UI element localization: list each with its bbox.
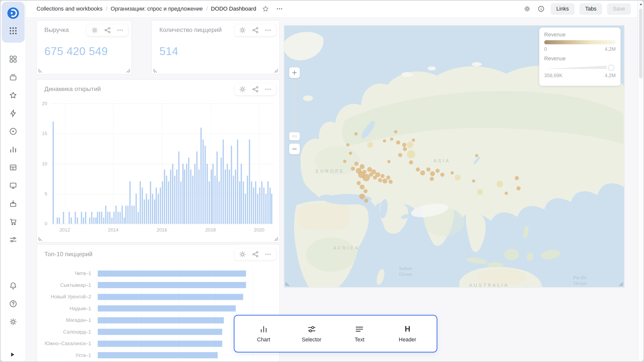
links-button[interactable]: Links xyxy=(551,3,575,15)
apps-grid-icon[interactable] xyxy=(9,26,18,35)
more-icon[interactable] xyxy=(275,4,284,13)
widget-title: Топ-10 пиццерий xyxy=(44,250,92,257)
add-selector-button[interactable]: Selector xyxy=(293,325,330,343)
disc-icon[interactable] xyxy=(8,127,17,136)
zoom-slider-handle[interactable] xyxy=(289,132,300,141)
add-chart-button[interactable]: Chart xyxy=(245,325,283,343)
add-header-button[interactable]: H Header xyxy=(389,325,426,343)
gear-icon[interactable] xyxy=(91,27,98,34)
legend-size-max: 4,2M xyxy=(605,73,616,78)
more-icon[interactable] xyxy=(264,86,271,93)
topbar: Collections and workbooks / Организации:… xyxy=(26,1,637,18)
header-icon: H xyxy=(403,325,412,334)
more-icon[interactable] xyxy=(264,27,271,34)
legend-size-min: 358,69K xyxy=(544,73,562,78)
widget-map: EUROPEASIAAFRICAAUSTRALIAIndianOceanPaci… xyxy=(284,25,625,288)
resize-grip[interactable] xyxy=(619,282,623,286)
monitor-icon[interactable] xyxy=(8,181,17,190)
zoom-out-button[interactable] xyxy=(289,144,300,154)
resize-grip[interactable] xyxy=(127,69,130,73)
widget-title: Количество пиццерий xyxy=(159,26,222,33)
text-icon xyxy=(355,325,364,334)
breadcrumb: Collections and workbooks / Организации:… xyxy=(36,6,256,12)
edit-panel: Chart Selector Text xyxy=(234,315,437,352)
widget-dynamics: Динамика открытий 2012201420162018202005… xyxy=(36,79,280,243)
edit-item-label: Text xyxy=(355,337,365,343)
legend-size-title: Revenue xyxy=(544,55,616,61)
map-zoom-control xyxy=(289,67,301,78)
bar-chart-icon[interactable] xyxy=(8,145,17,154)
datalens-logo[interactable] xyxy=(7,7,20,20)
chart-icon xyxy=(259,325,268,334)
resize-grip[interactable] xyxy=(38,69,42,73)
top10-row: Надым–1 xyxy=(44,303,272,314)
expand-icon[interactable] xyxy=(9,351,16,358)
vertical-scrollbar[interactable] xyxy=(637,1,643,362)
gear-icon[interactable] xyxy=(239,27,246,34)
resize-grip[interactable] xyxy=(153,69,157,73)
save-button[interactable]: Save xyxy=(607,3,631,15)
scroll-up-icon[interactable] xyxy=(639,3,643,6)
scrollbar-thumb[interactable] xyxy=(639,9,642,78)
widget-controls xyxy=(87,24,128,36)
app-window: Collections and workbooks / Организации:… xyxy=(0,0,644,362)
svg-text:AUSTRALIA: AUSTRALIA xyxy=(469,283,509,287)
info-icon[interactable] xyxy=(537,4,546,13)
legend-gradient-title: Revenue xyxy=(544,32,616,38)
grid-2x2-icon[interactable] xyxy=(8,55,17,64)
sidebar-logo-block xyxy=(2,2,25,43)
top10-row: Чита–1 xyxy=(44,267,272,279)
zoom-in-button[interactable] xyxy=(289,67,300,78)
resize-grip[interactable] xyxy=(274,237,278,241)
star-icon[interactable] xyxy=(8,91,17,100)
resize-grip[interactable] xyxy=(286,282,289,286)
svg-text:ASIA: ASIA xyxy=(433,158,450,163)
pizzerias-value: 514 xyxy=(159,45,178,58)
bell-icon[interactable] xyxy=(8,281,17,290)
selector-icon xyxy=(307,325,316,334)
links-flow-icon[interactable] xyxy=(252,86,259,93)
table-icon[interactable] xyxy=(8,163,17,172)
gear-icon[interactable] xyxy=(8,317,17,326)
gear-icon[interactable] xyxy=(239,251,246,258)
links-flow-icon[interactable] xyxy=(104,27,111,34)
widget-title: Динамика открытий xyxy=(44,85,101,93)
resize-grip[interactable] xyxy=(38,237,42,241)
sliders-icon[interactable] xyxy=(8,235,17,244)
add-text-button[interactable]: Text xyxy=(341,325,378,343)
folder-stack-icon[interactable] xyxy=(8,73,17,82)
widget-controls xyxy=(234,248,276,260)
legend-gradient-min: 0 xyxy=(544,46,547,52)
top10-row: Новый Уренгой–2 xyxy=(44,291,272,303)
legend-size-range: 358,69K 4,2M xyxy=(544,73,616,78)
lightning-icon[interactable] xyxy=(8,109,17,118)
breadcrumb-separator: / xyxy=(206,6,208,12)
edit-item-label: Chart xyxy=(257,337,270,343)
tabs-button[interactable]: Tabs xyxy=(579,3,602,15)
widget-controls xyxy=(234,83,276,95)
dynamics-plot: 2012201420162018202005101520 xyxy=(51,103,274,223)
resize-grip[interactable] xyxy=(274,69,278,73)
inbox-icon[interactable] xyxy=(8,199,17,208)
sidebar xyxy=(1,1,26,362)
edit-item-label: Selector xyxy=(302,337,321,343)
zoom-slider-track[interactable] xyxy=(294,80,295,133)
widget-title: Выручка xyxy=(44,26,69,33)
legend-gradient-max: 4,2M xyxy=(605,46,616,52)
svg-text:Ocean: Ocean xyxy=(399,272,412,277)
gear-icon[interactable] xyxy=(239,86,246,93)
cart-icon[interactable] xyxy=(8,217,17,226)
more-icon[interactable] xyxy=(264,251,271,258)
breadcrumb-collections[interactable]: Collections and workbooks xyxy=(36,6,102,12)
revenue-value: 675 420 549 xyxy=(44,45,108,58)
breadcrumb-workbook[interactable]: Организации: спрос и предложение xyxy=(111,6,203,12)
question-icon[interactable] xyxy=(8,299,17,308)
edit-item-label: Header xyxy=(399,337,416,343)
star-icon[interactable] xyxy=(261,4,270,13)
top10-row: Сыктывкар–1 xyxy=(44,279,272,291)
links-flow-icon[interactable] xyxy=(252,251,259,258)
links-flow-icon[interactable] xyxy=(252,27,259,34)
svg-text:AFRICA: AFRICA xyxy=(333,246,360,251)
settings-gear-icon[interactable] xyxy=(523,4,532,13)
more-icon[interactable] xyxy=(117,27,124,34)
